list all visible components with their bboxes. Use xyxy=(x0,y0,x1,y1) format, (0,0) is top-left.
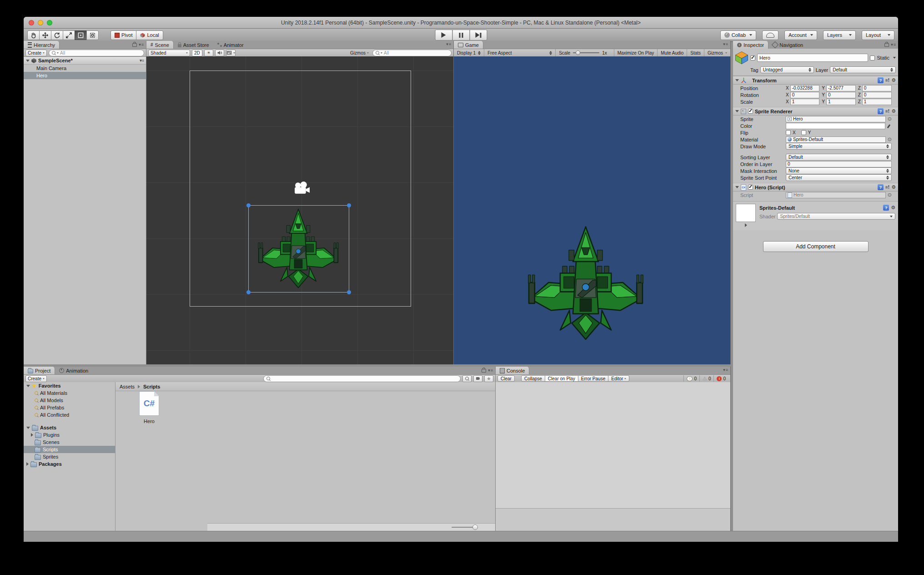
foldout-open-icon[interactable] xyxy=(26,385,30,387)
help-icon[interactable]: ? xyxy=(883,205,889,211)
thumbnail-size-slider[interactable] xyxy=(452,527,475,528)
hierarchy-search-input[interactable]: All xyxy=(49,50,144,56)
position-z-field[interactable]: 0 xyxy=(862,85,892,91)
object-picker-icon[interactable]: ⊙ xyxy=(888,116,892,122)
step-button[interactable] xyxy=(469,30,487,40)
transform-component-header[interactable]: Transform ? ≡! ⚙ xyxy=(733,76,898,85)
console-detail-pane[interactable] xyxy=(496,509,730,531)
console-log-list[interactable] xyxy=(496,382,730,509)
zoom-button[interactable] xyxy=(47,20,52,25)
tree-scripts[interactable]: Scripts xyxy=(24,446,115,453)
sprite-object-field[interactable]: Hero xyxy=(786,116,886,122)
tree-all-conflicted[interactable]: All Conflicted xyxy=(24,411,115,419)
tab-navigation[interactable]: Navigation xyxy=(768,41,807,49)
lock-icon[interactable] xyxy=(482,369,486,373)
static-chevron-icon[interactable] xyxy=(893,57,896,59)
tab-scene[interactable]: # Scene xyxy=(146,41,174,49)
project-create-dropdown[interactable]: Create xyxy=(25,375,47,382)
2d-toggle-button[interactable]: 2D xyxy=(192,50,202,56)
gear-icon[interactable]: ⚙ xyxy=(891,205,895,211)
layers-dropdown[interactable]: Layers xyxy=(823,30,856,40)
presets-icon[interactable]: ≡! xyxy=(885,185,889,190)
presets-icon[interactable]: ≡! xyxy=(885,109,889,114)
foldout-closed-icon[interactable] xyxy=(745,223,747,227)
rotation-x-field[interactable]: 0 xyxy=(790,92,820,98)
panel-menu-icon[interactable] xyxy=(723,368,728,372)
scale-tool-button[interactable] xyxy=(63,30,75,40)
presets-icon[interactable]: ≡! xyxy=(885,78,889,83)
tree-packages[interactable]: Packages xyxy=(24,460,115,468)
scale-x-field[interactable]: 1 xyxy=(790,99,820,105)
eyedropper-icon[interactable] xyxy=(887,124,892,128)
material-object-field[interactable]: Sprites-Default xyxy=(786,136,886,143)
tab-asset-store[interactable]: Asset Store xyxy=(174,41,213,49)
help-icon[interactable]: ? xyxy=(878,77,884,83)
scene-search-input[interactable]: All xyxy=(372,50,452,56)
cloud-services-button[interactable] xyxy=(762,30,778,40)
pause-button[interactable] xyxy=(452,30,470,40)
collapse-button[interactable]: Collapse xyxy=(521,375,545,382)
scene-root-row[interactable]: SampleScene* xyxy=(24,57,146,65)
slider-knob[interactable] xyxy=(472,525,478,530)
display-dropdown[interactable]: Display 1 xyxy=(454,49,484,57)
selection-handle[interactable] xyxy=(347,203,351,207)
mask-interaction-dropdown[interactable]: None xyxy=(786,167,892,174)
effects-dropdown-button[interactable] xyxy=(226,50,236,56)
info-count[interactable]: !0 xyxy=(683,375,699,382)
script-enabled-checkbox[interactable] xyxy=(748,185,753,190)
position-x-field[interactable]: -0.032288 xyxy=(790,85,820,91)
position-y-field[interactable]: -2.5077 xyxy=(826,85,856,91)
project-search-input[interactable] xyxy=(263,375,461,382)
order-in-layer-field[interactable]: 0 xyxy=(786,161,892,167)
object-picker-icon[interactable]: ⊙ xyxy=(888,192,892,198)
shading-mode-dropdown[interactable]: Shaded xyxy=(148,50,190,56)
hierarchy-create-dropdown[interactable]: Create xyxy=(25,50,47,56)
sprite-renderer-header[interactable]: Sprite Renderer ? ≡! ⚙ xyxy=(733,107,898,116)
shader-dropdown[interactable]: Sprites/Default xyxy=(777,213,895,220)
panel-menu-icon[interactable] xyxy=(891,42,896,47)
active-checkbox[interactable] xyxy=(750,55,755,61)
rotation-y-field[interactable]: 0 xyxy=(826,92,856,98)
static-checkbox[interactable] xyxy=(870,55,875,61)
tree-scenes[interactable]: Scenes xyxy=(24,439,115,446)
search-by-label-button[interactable] xyxy=(473,375,482,382)
game-viewport[interactable] xyxy=(454,56,730,364)
move-tool-button[interactable] xyxy=(39,30,51,40)
clear-button[interactable]: Clear xyxy=(497,375,515,382)
panel-menu-icon[interactable] xyxy=(723,42,728,46)
maximize-on-play-button[interactable]: Maximize On Play xyxy=(614,49,658,57)
local-toggle-button[interactable]: Local xyxy=(136,30,163,40)
account-dropdown[interactable]: Account xyxy=(784,30,817,40)
editor-dropdown[interactable]: Editor xyxy=(608,375,629,382)
clear-on-play-button[interactable]: Clear on Play xyxy=(545,375,578,382)
aspect-ratio-dropdown[interactable]: Free Aspect xyxy=(484,49,555,57)
gear-icon[interactable]: ⚙ xyxy=(891,77,896,83)
tree-all-models[interactable]: All Models xyxy=(24,397,115,404)
stats-button[interactable]: Stats xyxy=(687,49,704,57)
tree-assets[interactable]: Assets xyxy=(24,424,115,431)
play-button[interactable] xyxy=(435,30,452,40)
close-button[interactable] xyxy=(29,20,34,25)
tab-game[interactable]: Game xyxy=(454,41,483,49)
error-pause-button[interactable]: Error Pause xyxy=(578,375,608,382)
panel-menu-icon[interactable] xyxy=(446,42,452,46)
flip-x-checkbox[interactable] xyxy=(786,130,791,135)
selection-handle[interactable] xyxy=(347,290,351,294)
error-count[interactable]: !0 xyxy=(713,375,728,382)
rotation-z-field[interactable]: 0 xyxy=(862,92,892,98)
scale-slider[interactable] xyxy=(573,52,599,53)
lighting-toggle-button[interactable]: ☀ xyxy=(204,50,213,56)
tab-animation[interactable]: Animation xyxy=(55,367,92,374)
favorites-filter-button[interactable]: ★ xyxy=(484,375,493,382)
panel-menu-icon[interactable] xyxy=(488,368,493,373)
draw-mode-dropdown[interactable]: Simple xyxy=(786,143,892,150)
breadcrumb-root[interactable]: Assets xyxy=(120,384,135,389)
tab-project[interactable]: Project xyxy=(24,367,55,374)
scene-menu-icon[interactable] xyxy=(140,58,144,63)
tree-sprites[interactable]: Sprites xyxy=(24,453,115,460)
foldout-closed-icon[interactable] xyxy=(26,462,29,466)
panel-menu-icon[interactable] xyxy=(139,42,144,47)
search-by-type-button[interactable] xyxy=(462,375,472,382)
gameobject-name-field[interactable]: Hero xyxy=(757,54,868,62)
game-gizmos-dropdown[interactable]: Gizmos xyxy=(704,49,730,57)
